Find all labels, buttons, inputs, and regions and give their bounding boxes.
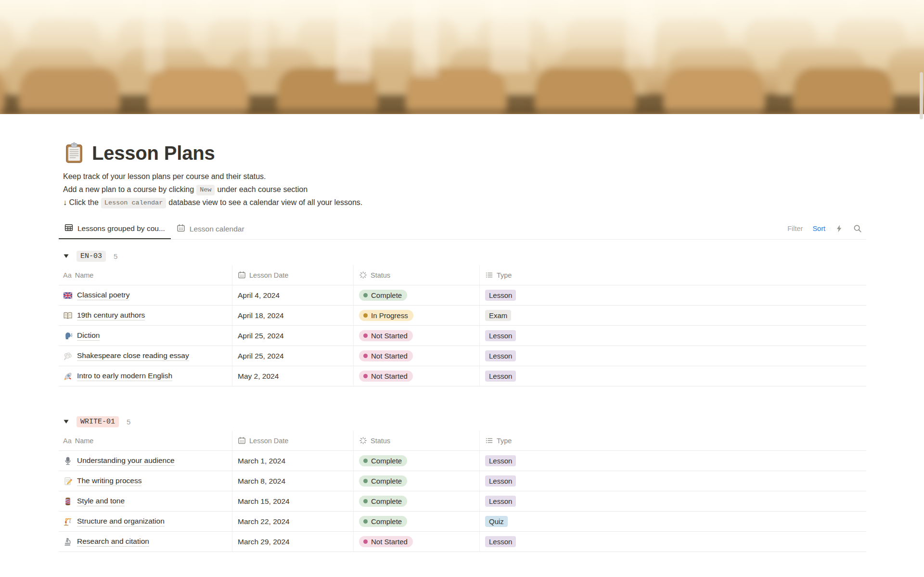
lesson-title-link[interactable]: Research and citation bbox=[77, 537, 149, 547]
type-tag[interactable]: Lesson bbox=[485, 330, 516, 341]
name-cell[interactable]: Shakespeare close reading essay bbox=[59, 346, 232, 366]
type-tag[interactable]: Lesson bbox=[485, 350, 516, 361]
column-header-name[interactable]: AaName bbox=[59, 431, 232, 450]
search-icon[interactable] bbox=[853, 224, 862, 233]
lesson-title-link[interactable]: Shakespeare close reading essay bbox=[77, 351, 189, 361]
name-cell[interactable]: Research and citation bbox=[59, 532, 232, 551]
status-badge[interactable]: Not Started bbox=[359, 330, 413, 341]
status-badge[interactable]: Not Started bbox=[359, 350, 413, 361]
name-cell[interactable]: The writing process bbox=[59, 471, 232, 491]
type-cell[interactable]: Lesson bbox=[480, 471, 866, 491]
type-tag[interactable]: Lesson bbox=[485, 475, 516, 487]
type-cell[interactable]: Lesson bbox=[480, 451, 866, 471]
lesson-date-cell[interactable]: March 22, 2024 bbox=[232, 512, 354, 531]
status-badge[interactable]: Complete bbox=[359, 496, 407, 507]
table-row[interactable]: Intro to early modern EnglishMay 2, 2024… bbox=[59, 366, 866, 386]
type-cell[interactable]: Lesson bbox=[480, 532, 866, 551]
lesson-date-cell[interactable]: May 2, 2024 bbox=[232, 366, 354, 386]
status-cell[interactable]: Not Started bbox=[354, 326, 480, 346]
lesson-title-link[interactable]: 19th century authors bbox=[77, 311, 145, 321]
scrollbar[interactable] bbox=[920, 72, 923, 119]
sort-button[interactable]: Sort bbox=[812, 225, 825, 232]
table-row[interactable]: DictionApril 25, 2024Not StartedLesson bbox=[59, 326, 866, 346]
status-badge[interactable]: In Progress bbox=[359, 310, 413, 321]
type-tag[interactable]: Lesson bbox=[485, 496, 516, 507]
status-cell[interactable]: Complete bbox=[354, 512, 480, 531]
type-tag[interactable]: Lesson bbox=[485, 371, 516, 382]
name-cell[interactable]: 19th century authors bbox=[59, 306, 232, 325]
lesson-title-link[interactable]: Classical poetry bbox=[77, 291, 129, 300]
name-cell[interactable]: Understanding your audience bbox=[59, 451, 232, 471]
type-cell[interactable]: Lesson bbox=[480, 285, 866, 305]
type-cell[interactable]: Lesson bbox=[480, 491, 866, 511]
type-tag[interactable]: Quiz bbox=[485, 516, 508, 527]
lesson-title-link[interactable]: Style and tone bbox=[77, 497, 125, 506]
lightning-icon[interactable] bbox=[835, 224, 844, 233]
lesson-title-link[interactable]: The writing process bbox=[77, 476, 141, 486]
table-row[interactable]: Structure and organizationMarch 22, 2024… bbox=[59, 512, 866, 532]
status-cell[interactable]: Not Started bbox=[354, 346, 480, 366]
tab-lesson-calendar[interactable]: Lesson calendar bbox=[171, 218, 250, 239]
status-badge[interactable]: Not Started bbox=[359, 536, 413, 547]
filter-button[interactable]: Filter bbox=[787, 225, 803, 232]
collapse-toggle-icon[interactable] bbox=[60, 250, 72, 262]
column-header-type[interactable]: Type bbox=[480, 431, 866, 450]
column-header-type[interactable]: Type bbox=[480, 265, 866, 285]
table-row[interactable]: Style and toneMarch 15, 2024CompleteLess… bbox=[59, 491, 866, 512]
type-tag[interactable]: Lesson bbox=[485, 290, 516, 301]
status-badge[interactable]: Complete bbox=[359, 455, 407, 466]
clipboard-icon[interactable] bbox=[63, 142, 85, 164]
lesson-date-cell[interactable]: March 29, 2024 bbox=[232, 532, 354, 551]
lesson-date-cell[interactable]: April 25, 2024 bbox=[232, 326, 354, 346]
cover-image[interactable] bbox=[0, 0, 924, 114]
lesson-title-link[interactable]: Diction bbox=[77, 331, 100, 341]
lesson-date-cell[interactable]: April 4, 2024 bbox=[232, 285, 354, 305]
lesson-date-cell[interactable]: April 25, 2024 bbox=[232, 346, 354, 366]
status-badge[interactable]: Not Started bbox=[359, 371, 413, 382]
name-cell[interactable]: Classical poetry bbox=[59, 285, 232, 305]
status-badge[interactable]: Complete bbox=[359, 516, 407, 527]
course-badge[interactable]: WRITE-01 bbox=[77, 416, 119, 427]
column-header-status[interactable]: Status bbox=[354, 265, 480, 285]
name-cell[interactable]: Structure and organization bbox=[59, 512, 232, 531]
type-tag[interactable]: Lesson bbox=[485, 536, 516, 547]
type-tag[interactable]: Exam bbox=[485, 310, 511, 321]
tab-lessons-grouped-by-course[interactable]: Lessons grouped by cou... bbox=[59, 218, 171, 239]
table-row[interactable]: Classical poetryApril 4, 2024CompleteLes… bbox=[59, 285, 866, 306]
lesson-date-cell[interactable]: April 18, 2024 bbox=[232, 306, 354, 325]
course-badge[interactable]: EN-03 bbox=[77, 251, 106, 262]
lesson-date-cell[interactable]: March 8, 2024 bbox=[232, 471, 354, 491]
name-cell[interactable]: Intro to early modern English bbox=[59, 366, 232, 386]
lesson-date-cell[interactable]: March 1, 2024 bbox=[232, 451, 354, 471]
column-header-name[interactable]: AaName bbox=[59, 265, 232, 285]
status-cell[interactable]: Not Started bbox=[354, 366, 480, 386]
status-cell[interactable]: Complete bbox=[354, 451, 480, 471]
column-header-lesson-date[interactable]: Lesson Date bbox=[232, 265, 354, 285]
column-header-status[interactable]: Status bbox=[354, 431, 480, 450]
type-cell[interactable]: Lesson bbox=[480, 346, 866, 366]
type-cell[interactable]: Quiz bbox=[480, 512, 866, 531]
lesson-title-link[interactable]: Understanding your audience bbox=[77, 456, 175, 466]
type-tag[interactable]: Lesson bbox=[485, 455, 516, 466]
lesson-date-cell[interactable]: March 15, 2024 bbox=[232, 491, 354, 511]
table-row[interactable]: 19th century authorsApril 18, 2024In Pro… bbox=[59, 306, 866, 326]
type-cell[interactable]: Exam bbox=[480, 306, 866, 325]
name-cell[interactable]: Style and tone bbox=[59, 491, 232, 511]
status-cell[interactable]: Not Started bbox=[354, 532, 480, 551]
table-row[interactable]: Understanding your audienceMarch 1, 2024… bbox=[59, 451, 866, 471]
name-cell[interactable]: Diction bbox=[59, 326, 232, 346]
table-row[interactable]: Shakespeare close reading essayApril 25,… bbox=[59, 346, 866, 366]
status-cell[interactable]: Complete bbox=[354, 285, 480, 305]
column-header-lesson-date[interactable]: Lesson Date bbox=[232, 431, 354, 450]
lesson-title-link[interactable]: Intro to early modern English bbox=[77, 372, 172, 381]
status-cell[interactable]: In Progress bbox=[354, 306, 480, 325]
status-cell[interactable]: Complete bbox=[354, 491, 480, 511]
type-cell[interactable]: Lesson bbox=[480, 326, 866, 346]
table-row[interactable]: The writing processMarch 8, 2024Complete… bbox=[59, 471, 866, 491]
collapse-toggle-icon[interactable] bbox=[60, 416, 72, 427]
type-cell[interactable]: Lesson bbox=[480, 366, 866, 386]
status-cell[interactable]: Complete bbox=[354, 471, 480, 491]
lesson-title-link[interactable]: Structure and organization bbox=[77, 517, 165, 526]
status-badge[interactable]: Complete bbox=[359, 475, 407, 487]
table-row[interactable]: Research and citationMarch 29, 2024Not S… bbox=[59, 532, 866, 552]
